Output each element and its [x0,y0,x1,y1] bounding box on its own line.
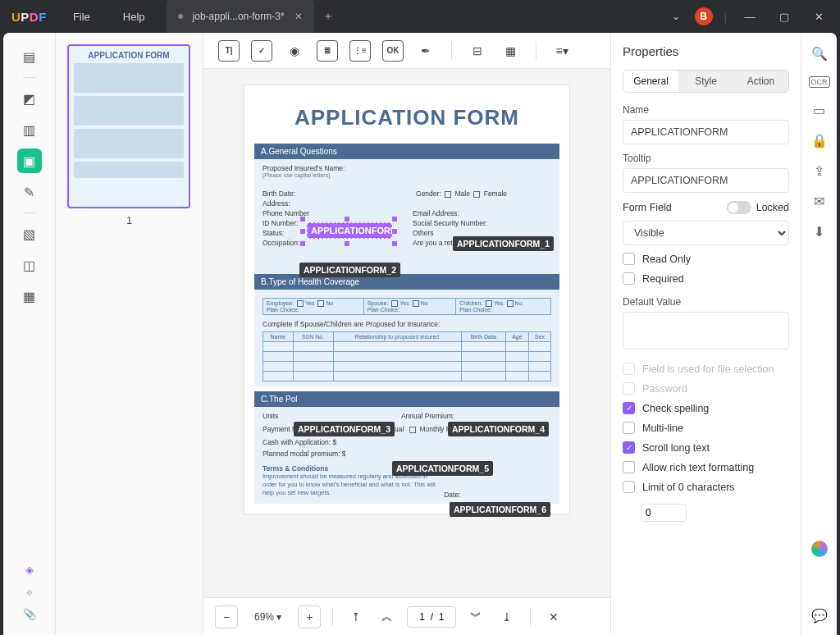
required-checkbox[interactable] [623,272,635,285]
close-footer-icon[interactable]: ✕ [542,605,565,628]
fileselect-checkbox [623,363,635,375]
tab-close-icon[interactable]: ✕ [294,11,303,22]
richtext-checkbox[interactable] [623,461,635,473]
new-tab-icon[interactable]: ＋ [322,9,334,24]
field-tooltip-input[interactable] [623,168,789,193]
security-icon[interactable]: 🔒 [811,133,828,148]
password-checkbox [623,382,635,395]
more-tool-icon[interactable]: ≡▾ [551,40,573,62]
panel-title: Properties [623,44,789,58]
section-a-header: A.General Questions [254,144,559,159]
app-logo: UPDF [0,10,58,24]
next-page-icon[interactable]: ︾ [464,605,487,628]
zoom-in-icon[interactable]: + [298,605,321,628]
label-default-value: Default Value [623,296,789,308]
bookmark-doc-icon[interactable]: ▭ [813,103,825,118]
label-tooltip: Tooltip [623,153,789,164]
properties-tabs: General Style Action [623,70,789,93]
pages-icon[interactable]: ▧ [17,222,42,246]
properties-panel: Properties General Style Action Name Too… [610,33,801,635]
checkbox-tool-icon[interactable]: ✓ [251,40,272,62]
thumbnail-panel: APPLICATION FORM 1 [56,33,203,635]
listbox-tool-icon[interactable]: ≣ [317,40,338,62]
button-tool-icon[interactable]: OK [382,40,404,62]
thumbnail-page-number: 1 [67,215,191,226]
signature-tool-icon[interactable]: ✒︎ [415,40,436,62]
tab-modified-dot [178,14,183,19]
form-field-marker[interactable]: APPLICATIONFORM_5 [392,461,493,476]
charlimit-input[interactable] [641,504,687,522]
section-c-header: C.The Pol [254,391,559,407]
page-number-input[interactable] [407,606,456,628]
form-field-marker[interactable]: APPLICATIONFORM_3 [294,422,395,436]
left-tool-rail: ▤ ◩ ▥ ▣ ✎ ▧ ◫ ▦ ◈ ⟐ 📎 [3,33,56,635]
dropdown-tool-icon[interactable]: ⋮≡ [349,40,371,62]
export-icon[interactable]: ⬇︎ [814,224,824,240]
form-field-marker[interactable]: APPLICATIONFORM_1 [453,236,554,251]
document-page[interactable]: APPLICATION FORM A.General Questions Pro… [244,85,569,514]
form-field-marker[interactable]: APPLICATIONFORM_6 [450,502,550,517]
tab-style[interactable]: Style [678,71,733,92]
mail-icon[interactable]: ✉ [814,194,824,209]
tab-title: job-appli...on-form-3* [193,11,285,22]
note-icon[interactable]: ▥ [17,117,42,142]
document-tab[interactable]: job-appli...on-form-3* ✕ [167,0,314,33]
page-footer-toolbar: − 69% ▾ + ⤒ ︽ ︾ ⤓ ✕ [203,597,610,635]
spellcheck-checkbox[interactable]: ✓ [623,402,635,414]
align-tool-icon[interactable]: ⊟ [467,40,488,62]
visibility-select[interactable]: Visible [623,221,789,245]
menu-file[interactable]: File [66,7,97,26]
form-editor-icon[interactable]: ▣ [17,148,42,173]
charlimit-checkbox[interactable] [623,481,635,493]
search-icon[interactable]: 🔍 [811,46,828,62]
title-bar: UPDF File Help job-appli...on-form-3* ✕ … [0,0,840,33]
zoom-level[interactable]: 69% ▾ [246,609,290,625]
readonly-checkbox[interactable] [623,253,635,265]
crop-icon[interactable]: ◫ [17,253,42,277]
first-page-icon[interactable]: ⤒ [345,605,368,628]
tab-general[interactable]: General [623,71,678,92]
radio-tool-icon[interactable]: ◉ [284,40,305,62]
layers-icon[interactable]: ◈ [25,564,34,576]
text-field-tool-icon[interactable]: T| [218,40,240,62]
selected-form-field[interactable]: APPLICATIONFORM [307,222,392,239]
highlighter-icon[interactable]: ◩ [17,86,42,111]
window-close-icon[interactable]: ✕ [807,11,830,23]
default-value-input[interactable] [623,312,789,349]
window-minimize-icon[interactable]: — [738,11,761,23]
last-page-icon[interactable]: ⤓ [495,605,518,628]
organize-icon[interactable]: ▦ [17,284,42,308]
tab-overflow-icon[interactable]: ⌄ [669,7,683,25]
zoom-out-icon[interactable]: − [215,605,238,628]
ocr-icon[interactable]: OCR [809,76,830,88]
form-field-toolbar: T| ✓ ◉ ≣ ⋮≡ OK ✒︎ ⊟ ▦ ≡▾ [203,33,610,69]
page-title: APPLICATION FORM [244,85,569,144]
user-avatar[interactable]: B [695,7,713,25]
reader-mode-icon[interactable]: ▤ [17,44,42,69]
field-name-input[interactable] [623,120,789,144]
bookmark-icon[interactable]: ⟐ [26,586,33,598]
page-thumbnail[interactable]: APPLICATION FORM [67,44,190,208]
label-name: Name [623,104,789,116]
grid-tool-icon[interactable]: ▦ [500,40,521,62]
multiline-checkbox[interactable] [623,422,635,434]
menu-help[interactable]: Help [116,7,152,26]
window-maximize-icon[interactable]: ▢ [773,11,796,23]
attachment-icon[interactable]: 📎 [23,608,36,620]
form-field-marker[interactable]: APPLICATIONFORM_4 [448,422,549,436]
form-field-marker[interactable]: APPLICATIONFORM_2 [299,263,400,277]
brand-icon[interactable] [811,541,828,557]
prev-page-icon[interactable]: ︽ [376,605,399,628]
edit-text-icon[interactable]: ✎ [17,180,42,204]
scrolltext-checkbox[interactable]: ✓ [623,441,635,454]
chat-icon[interactable]: 💬 [811,608,828,624]
label-formfield: Form Field [623,202,672,213]
tab-action[interactable]: Action [733,71,788,92]
locked-toggle[interactable] [727,201,751,214]
share-icon[interactable]: ⇪ [814,163,824,179]
right-tool-rail: 🔍 OCR ▭ 🔒 ⇪ ✉ ⬇︎ 💬 [801,33,837,635]
